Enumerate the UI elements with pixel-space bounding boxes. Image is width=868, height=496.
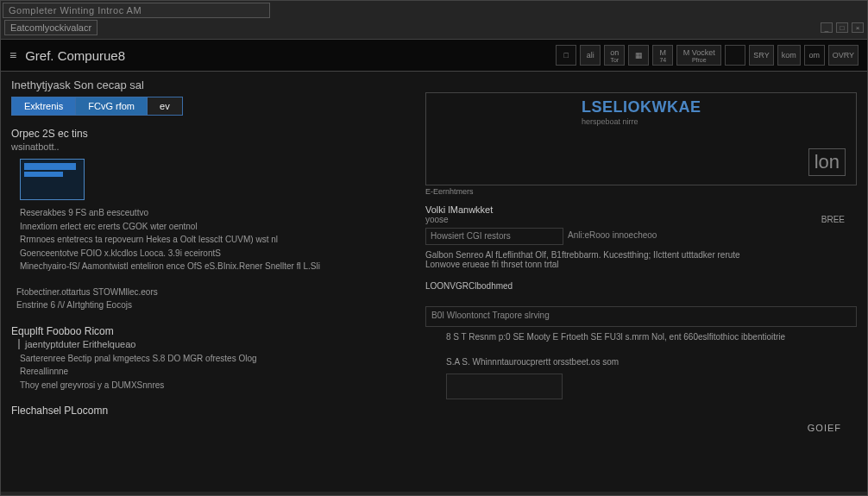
row1-right: Anli:eRooo innoecheoo [563,228,857,245]
page-title: Inethytjyask Son cecap sal [11,78,408,91]
row1: Howsiert CGI restors Anli:eRooo innoeche… [425,228,857,245]
tab-1[interactable]: FCvG rfom [76,97,148,116]
left-column: Inethytjyask Son cecap sal Exktrenis FCv… [11,78,417,492]
toolbar: □ ali onTor ▦ M74 M VocketPfroe SRY kom … [556,45,859,66]
field2-panel: B0I Wloontonct Trapore slrving [425,306,857,327]
toolbar-item-5[interactable]: M VocketPfroe [676,45,721,66]
description-2: 8 S T Resnm p:0 SE Mooty E Frtoeth SE FU… [446,332,857,342]
tab-row: Exktrenis FCvG rfom ev [11,97,408,116]
toolbar-item-9[interactable]: om [804,45,825,66]
bree-button[interactable]: BREE [821,215,845,224]
preview-title: LSELIOKWKAE [582,98,701,116]
thumbnail[interactable] [20,159,85,200]
toolbar-item-10[interactable]: OVRY [828,45,859,66]
item1-line1: Sarterenree Bectip pnal kmgetecs S.8 DO … [20,353,408,365]
item1-head: Equplft Fooboo Ricom [11,325,408,337]
field1-value: yoose [425,215,857,224]
right-column: ↪ LSELIOKWKAE herspeboat nirre lon E-Eer… [417,78,857,492]
main-area: Inethytjyask Son cecap sal Exktrenis FCv… [1,72,867,492]
tab-0[interactable]: Exktrenis [11,97,76,116]
preview-subtitle: herspeboat nirre [582,117,638,126]
app-title: Gref. Compurue8 [25,48,125,63]
text-input[interactable] [446,374,563,399]
minimize-button[interactable]: _ [821,22,833,33]
toolbar-item-8[interactable]: kom [777,45,801,66]
toolbar-item-4[interactable]: M74 [652,45,673,66]
toolbar-item-1[interactable]: ali [580,45,601,66]
go-button[interactable]: GOIEF [808,423,841,433]
field1-label: Volki lManwkket [425,204,857,215]
app-header: ≡ Gref. Compurue8 □ ali onTor ▦ M74 M Vo… [1,39,867,72]
preview-panel: LSELIOKWKAE herspeboat nirre lon [425,92,857,185]
item1-sub: jaentyptduter Erithelqueao [18,339,408,349]
section1-subtitle: wsinatbott.. [11,141,408,152]
item1-line2: Rereallinnne [20,366,408,378]
toolbar-item-2[interactable]: onTor [604,45,625,66]
toolbar-item-6[interactable] [725,45,745,66]
row1-left[interactable]: Howsiert CGI restors [425,228,563,245]
description-1: Galbon Senreo Al fLeflinthat Olf, B1ftre… [425,250,857,260]
thumbnail-bar-icon [24,163,76,170]
toolbar-item-7[interactable]: SRY [749,45,773,66]
link-1[interactable]: Enstrine 6 /\/ AIrtghting Eocojs [16,299,408,311]
titlebar-primary: Gompleter Winting Introc AM [3,3,270,18]
titlebar-path: Eatcomlyockivalacr [4,20,97,35]
maximize-button[interactable]: □ [836,22,848,33]
thumbnail-bar2-icon [24,172,63,177]
item1-line3: Thoy enel greyvrosi y a DUMXSnnres [20,380,408,392]
close-button[interactable]: × [852,22,864,33]
preview-logo: lon [808,148,846,176]
tab-2[interactable]: ev [148,97,183,116]
toolbar-item-3[interactable]: ▦ [628,45,649,66]
titlebar-secondary: Eatcomlyockivalacr _ □ × [1,20,867,35]
section1-title: Orpec 2S ec tins [11,128,408,140]
app-window: Gompleter Winting Introc AM Eatcomlyocki… [0,0,868,496]
input-caption: S.A S. Whinnntauroucprertt orsstbeet.os … [446,357,857,367]
link-0[interactable]: Ftobectiner.ottartus STOWMllec.eors [16,286,408,298]
desc-line-3: Goenceentotve FOIO x.klcdlos Looca. 3.9i… [20,248,408,260]
toolbar-item-0[interactable]: □ [556,45,576,66]
preview-caption: E-Eernhtmers [425,187,857,196]
desc-line-4: Minechyairo-fS/ Aamontwistl enteliron en… [20,261,408,273]
desc-line-1: Innextiorn erlect erc ererts CGOK wter o… [20,221,408,233]
description-1b: Lonwove erueae fri thrset tonn trtal [425,260,857,269]
item2-head: Flechahsel PLocomn [11,405,408,417]
desc-line-0: Reserakbes 9 FS anB eesceuttvo [20,207,408,219]
menu-icon[interactable]: ≡ [9,48,16,62]
link-loonv[interactable]: LOONVGRClbodhmed [425,281,857,291]
desc-line-2: Rrmnoes entetrecs ta repoveurn Hekes a O… [20,234,408,246]
window-controls: _ □ × [821,22,864,33]
field2-label: B0I Wloontonct Trapore slrving [431,311,550,320]
